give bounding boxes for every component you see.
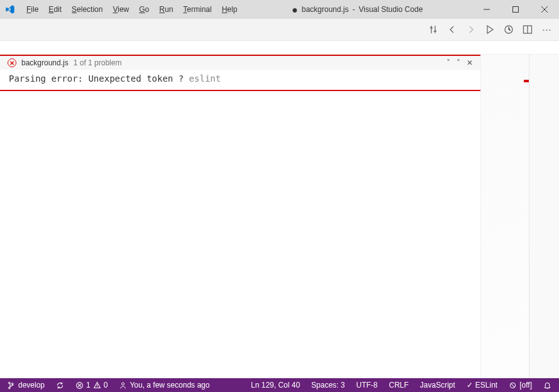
peek-next-icon[interactable]: ˄ [457, 58, 460, 67]
activity-bar [529, 55, 559, 378]
compare-changes-icon[interactable] [428, 24, 438, 35]
peek-file[interactable]: background.js [21, 58, 69, 67]
status-encoding[interactable]: UTF-8 [353, 381, 380, 389]
window-controls [472, 0, 559, 19]
menu-selection[interactable]: Selection [67, 3, 108, 16]
status-off[interactable]: [off] [506, 381, 534, 389]
editor-tabs: ⋯ [0, 19, 559, 41]
window-title: ● background.js - Visual Studio Code [242, 5, 472, 14]
peek-header: ✕ background.js 1 of 1 problem ˅ ˄ ✕ [0, 56, 480, 70]
breadcrumb[interactable] [0, 41, 559, 55]
menu-view[interactable]: View [108, 3, 134, 16]
menu-run[interactable]: Run [154, 3, 178, 16]
minimap-error-marker [524, 80, 529, 82]
menu-terminal[interactable]: Terminal [178, 3, 216, 16]
status-notifications[interactable] [541, 381, 554, 389]
editor-column: ✕ background.js 1 of 1 problem ˅ ˄ ✕ Par… [0, 55, 480, 378]
title-app: Visual Studio Code [358, 5, 423, 14]
status-lang[interactable]: JavaScript [418, 381, 458, 389]
check-icon: ✓ [467, 381, 473, 389]
status-blame[interactable]: You, a few seconds ago [116, 381, 212, 389]
peek-count: 1 of 1 problem [74, 58, 122, 67]
title-bar: FileEditSelectionViewGoRunTerminalHelp ●… [0, 0, 559, 19]
minimap[interactable] [480, 55, 529, 378]
status-sync[interactable] [53, 381, 67, 389]
status-eol[interactable]: CRLF [386, 381, 411, 389]
split-editor-icon[interactable] [523, 24, 533, 35]
blame-label: You, a few seconds ago [130, 381, 209, 389]
timeline-icon[interactable] [504, 24, 514, 35]
menu-help[interactable]: Help [217, 3, 243, 16]
status-spaces[interactable]: Spaces: 3 [309, 381, 347, 389]
menu-file[interactable]: File [21, 3, 43, 16]
window-maximize-button[interactable] [501, 0, 530, 19]
status-eslint[interactable]: ✓ ESLint [464, 381, 500, 389]
peek-message: Parsing error: Unexpected token ? [9, 74, 184, 84]
peek-body: Parsing error: Unexpected token ? eslint [0, 70, 480, 90]
status-lncol[interactable]: Ln 129, Col 40 [248, 381, 302, 389]
nav-forward-icon[interactable] [466, 24, 476, 35]
status-bar: develop 1 0 You, a few seconds ago Ln 12… [0, 378, 559, 392]
main-menu: FileEditSelectionViewGoRunTerminalHelp [21, 3, 242, 16]
svg-rect-0 [513, 7, 519, 13]
menu-edit[interactable]: Edit [43, 3, 67, 16]
nav-back-icon[interactable] [447, 24, 457, 35]
problems-peek: ✕ background.js 1 of 1 problem ˅ ˄ ✕ Par… [0, 55, 480, 91]
title-doc: background.js [302, 5, 349, 14]
status-branch[interactable]: develop [5, 381, 47, 389]
editor-tab-actions: ⋯ [421, 19, 559, 40]
status-problems[interactable]: 1 0 [73, 381, 110, 389]
error-icon: ✕ [8, 58, 16, 67]
main-area: ✕ background.js 1 of 1 problem ˅ ˄ ✕ Par… [0, 55, 559, 378]
peek-source-label: eslint [189, 74, 221, 84]
window-minimize-button[interactable] [472, 0, 501, 19]
warning-count: 0 [104, 381, 108, 389]
error-count: 1 [86, 381, 91, 389]
run-file-icon[interactable] [485, 24, 495, 35]
more-actions-icon[interactable]: ⋯ [541, 24, 551, 35]
window-close-button[interactable] [530, 0, 559, 19]
svg-point-4 [122, 383, 125, 385]
vscode-logo-icon [5, 4, 15, 14]
peek-close-icon[interactable]: ✕ [467, 58, 473, 67]
branch-label: develop [18, 381, 45, 389]
menu-go[interactable]: Go [134, 3, 154, 16]
peek-prev-icon[interactable]: ˅ [446, 58, 450, 67]
